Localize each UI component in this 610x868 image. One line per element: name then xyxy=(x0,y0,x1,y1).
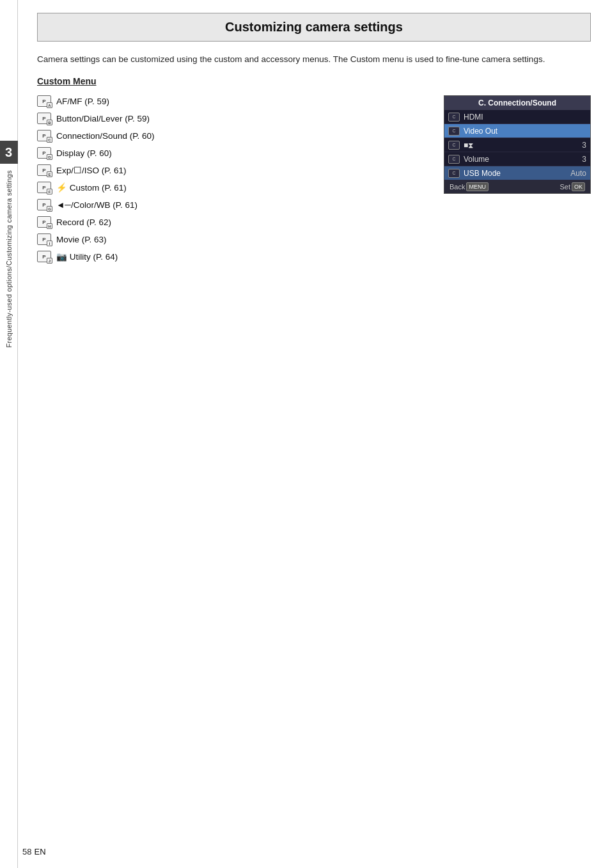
cam-row-label: Video Out xyxy=(464,127,586,136)
cam-row-value: 3 xyxy=(582,141,586,150)
set-label: Set xyxy=(559,183,570,191)
menu-item-label: ◄─/Color/WB (P. 61) xyxy=(56,200,137,210)
back-label: Back xyxy=(450,183,465,191)
sub-icon: C xyxy=(47,137,52,143)
list-item: PHRecord (P. 62) xyxy=(37,216,425,228)
sub-icon: H xyxy=(47,223,52,229)
cam-row-value: Auto xyxy=(570,169,586,178)
chapter-number: 3 xyxy=(0,141,18,164)
cam-row-icon: C xyxy=(448,155,460,164)
menu-item-icon: PC xyxy=(37,130,51,141)
menu-item-label: AF/MF (P. 59) xyxy=(56,97,109,106)
menu-items-section: PAAF/MF (P. 59)PBButton/Dial/Lever (P. 5… xyxy=(37,95,591,268)
camera-screen: C. Connection/Sound CHDMICVideo OutC■⧗3C… xyxy=(444,95,591,194)
menu-item-icon: PI xyxy=(37,233,51,245)
menu-item-label: Movie (P. 63) xyxy=(56,235,107,244)
sub-icon: E xyxy=(47,171,52,177)
menu-item-icon: PH xyxy=(37,216,51,228)
sub-icon: F xyxy=(47,189,52,194)
sidebar: 3 Frequently-used options/Customizing ca… xyxy=(0,0,18,868)
camera-row: CVolume3 xyxy=(444,152,590,166)
camera-row: CUSB ModeAuto xyxy=(444,166,590,180)
menu-item-icon: PG xyxy=(37,199,51,210)
list-item: PEExp/☐/ISO (P. 61) xyxy=(37,164,425,176)
cam-row-icon: C xyxy=(448,169,460,178)
sidebar-label: Frequently-used options/Customizing came… xyxy=(5,170,13,348)
sub-icon: B xyxy=(47,120,52,125)
page-lang: EN xyxy=(34,847,45,856)
list-item: PJ📷 Utility (P. 64) xyxy=(37,251,425,262)
cam-row-icon: C xyxy=(448,127,460,136)
list-item: PG◄─/Color/WB (P. 61) xyxy=(37,199,425,210)
camera-row: C■⧗3 xyxy=(444,138,590,152)
back-key: MENU xyxy=(466,182,489,191)
menu-item-label: Record (P. 62) xyxy=(56,217,111,227)
camera-row: CHDMI xyxy=(444,110,590,124)
list-item: PBButton/Dial/Lever (P. 59) xyxy=(37,113,425,124)
list-item: PDDisplay (P. 60) xyxy=(37,147,425,159)
page-title: Customizing camera settings xyxy=(51,20,577,35)
camera-screen-header: C. Connection/Sound xyxy=(444,96,590,110)
menu-item-icon: PE xyxy=(37,164,51,176)
sub-icon: J xyxy=(47,258,52,264)
camera-screen-footer: Back MENU Set OK xyxy=(444,180,590,193)
sub-icon: G xyxy=(47,206,52,212)
camera-screen-body: CHDMICVideo OutC■⧗3CVolume3CUSB ModeAuto xyxy=(444,110,590,180)
cam-row-label: USB Mode xyxy=(464,169,570,178)
cam-row-icon: C xyxy=(448,141,460,150)
menu-item-icon: PJ xyxy=(37,251,51,262)
list-item: PAAF/MF (P. 59) xyxy=(37,95,425,107)
list-item: PCConnection/Sound (P. 60) xyxy=(37,130,425,141)
menu-item-icon: PF xyxy=(37,182,51,193)
cam-row-value: 3 xyxy=(582,155,586,164)
page-number-area: 58 EN xyxy=(22,847,46,856)
intro-text: Camera settings can be customized using … xyxy=(37,53,591,66)
menu-item-label: Exp/☐/ISO (P. 61) xyxy=(56,165,127,175)
menu-item-label: Connection/Sound (P. 60) xyxy=(56,131,155,141)
menu-item-label: 📷 Utility (P. 64) xyxy=(56,251,118,262)
cam-row-label: HDMI xyxy=(464,113,586,122)
title-box: Customizing camera settings xyxy=(37,13,591,42)
list-item: PIMovie (P. 63) xyxy=(37,233,425,245)
sub-icon: D xyxy=(47,154,52,160)
camera-row: CVideo Out xyxy=(444,124,590,138)
main-content: Customizing camera settings Camera setti… xyxy=(18,0,610,287)
menu-item-icon: PD xyxy=(37,147,51,159)
page-num: 58 xyxy=(22,847,31,856)
menu-item-label: ⚡ Custom (P. 61) xyxy=(56,182,127,193)
custom-menu-heading: Custom Menu xyxy=(37,76,591,86)
set-btn: Set OK xyxy=(559,182,585,191)
sub-icon: I xyxy=(47,241,52,246)
sub-icon: A xyxy=(47,102,52,108)
back-btn: Back MENU xyxy=(450,182,489,191)
menu-list: PAAF/MF (P. 59)PBButton/Dial/Lever (P. 5… xyxy=(37,95,425,268)
cam-row-label: ■⧗ xyxy=(464,141,582,150)
set-key: OK xyxy=(572,182,585,191)
menu-item-icon: PB xyxy=(37,113,51,124)
menu-item-label: Button/Dial/Lever (P. 59) xyxy=(56,114,150,123)
menu-item-label: Display (P. 60) xyxy=(56,148,112,158)
menu-item-icon: PA xyxy=(37,95,51,107)
cam-row-icon: C xyxy=(448,113,460,122)
cam-row-label: Volume xyxy=(464,155,582,164)
list-item: PF⚡ Custom (P. 61) xyxy=(37,182,425,193)
